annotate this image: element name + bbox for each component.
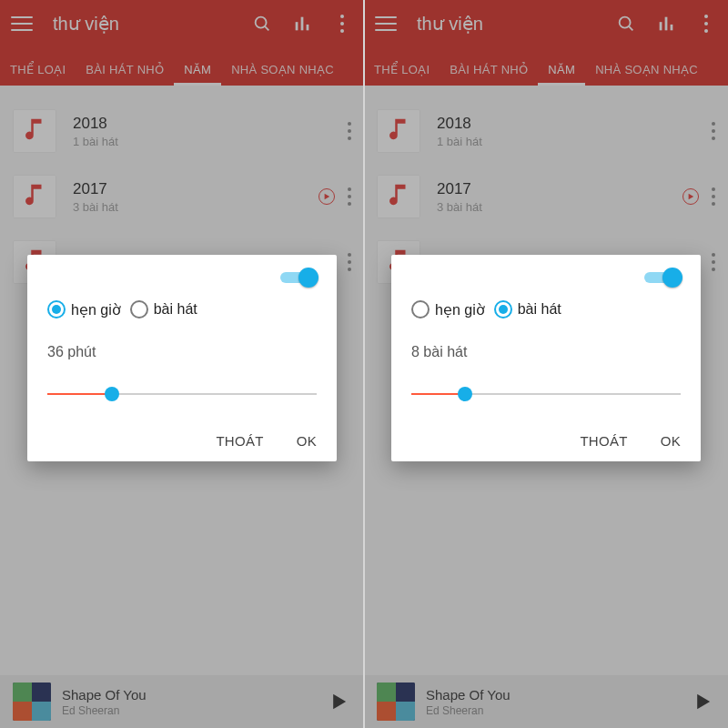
- radio-icon: [494, 300, 512, 318]
- slider-value-label: 8 bài hát: [411, 344, 681, 360]
- slider-value-label: 36 phút: [47, 344, 317, 360]
- radio-icon: [47, 300, 66, 318]
- ok-button[interactable]: OK: [297, 433, 317, 449]
- radio-icon: [130, 300, 148, 318]
- radio-timer-label: hẹn giờ: [435, 301, 485, 318]
- radio-icon: [411, 300, 430, 318]
- cancel-button[interactable]: THOÁT: [580, 433, 627, 449]
- radio-timer[interactable]: hẹn giờ: [411, 300, 485, 318]
- enable-toggle[interactable]: [644, 268, 681, 288]
- duration-slider[interactable]: [47, 386, 317, 402]
- duration-slider[interactable]: [411, 386, 681, 402]
- radio-timer[interactable]: hẹn giờ: [47, 300, 121, 318]
- sleep-timer-dialog: hẹn giờ bài hát 8 bài hát THOÁT OK: [391, 255, 701, 461]
- ok-button[interactable]: OK: [661, 433, 681, 449]
- enable-toggle[interactable]: [280, 268, 317, 288]
- radio-songs-label: bài hát: [518, 301, 561, 318]
- cancel-button[interactable]: THOÁT: [216, 433, 263, 449]
- radio-songs[interactable]: bài hát: [130, 300, 197, 318]
- radio-songs-label: bài hát: [154, 301, 197, 318]
- radio-timer-label: hẹn giờ: [71, 301, 121, 318]
- radio-songs[interactable]: bài hát: [494, 300, 561, 318]
- sleep-timer-dialog: hẹn giờ bài hát 36 phút THOÁT OK: [27, 255, 337, 461]
